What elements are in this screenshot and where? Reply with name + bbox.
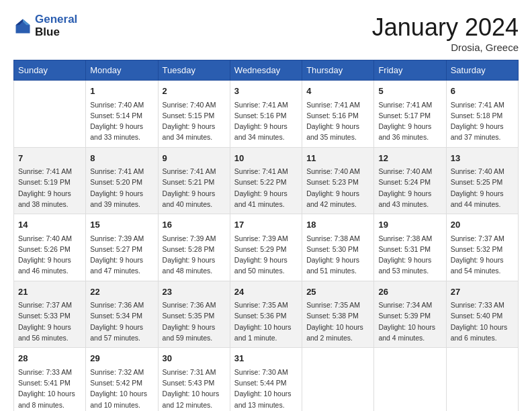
day-info: Sunrise: 7:39 AMSunset: 5:29 PMDaylight:… — [234, 233, 298, 277]
day-number: 8 — [90, 152, 153, 165]
calendar-cell: 17Sunrise: 7:39 AMSunset: 5:29 PMDayligh… — [230, 214, 302, 281]
day-number: 31 — [234, 352, 298, 365]
day-info: Sunrise: 7:41 AMSunset: 5:22 PMDaylight:… — [234, 166, 298, 210]
day-info: Sunrise: 7:41 AMSunset: 5:16 PMDaylight:… — [306, 99, 369, 143]
day-number: 23 — [163, 285, 226, 299]
weekday-header-thursday: Thursday — [302, 60, 374, 81]
weekday-header-friday: Friday — [374, 60, 446, 81]
day-number: 13 — [451, 152, 514, 165]
calendar-table: SundayMondayTuesdayWednesdayThursdayFrid… — [13, 60, 519, 411]
day-number: 21 — [18, 285, 81, 299]
month-title: January 2024 — [372, 13, 519, 42]
calendar-cell: 27Sunrise: 7:33 AMSunset: 5:40 PMDayligh… — [446, 281, 518, 348]
calendar-cell: 19Sunrise: 7:38 AMSunset: 5:31 PMDayligh… — [374, 214, 446, 281]
day-number: 22 — [90, 285, 153, 299]
calendar-cell: 18Sunrise: 7:38 AMSunset: 5:30 PMDayligh… — [302, 214, 374, 281]
calendar-cell: 24Sunrise: 7:35 AMSunset: 5:36 PMDayligh… — [230, 281, 302, 348]
day-info: Sunrise: 7:41 AMSunset: 5:20 PMDaylight:… — [90, 166, 153, 210]
calendar-week-2: 7Sunrise: 7:41 AMSunset: 5:19 PMDaylight… — [14, 147, 519, 214]
day-info: Sunrise: 7:36 AMSunset: 5:35 PMDaylight:… — [163, 300, 226, 343]
calendar-cell: 1Sunrise: 7:40 AMSunset: 5:14 PMDaylight… — [86, 81, 158, 148]
logo: General Blue — [13, 13, 77, 38]
calendar-cell: 7Sunrise: 7:41 AMSunset: 5:19 PMDaylight… — [14, 147, 86, 214]
day-info: Sunrise: 7:31 AMSunset: 5:43 PMDaylight:… — [163, 367, 226, 410]
day-info: Sunrise: 7:35 AMSunset: 5:36 PMDaylight:… — [234, 300, 298, 343]
day-number: 3 — [234, 85, 298, 98]
calendar-cell: 21Sunrise: 7:37 AMSunset: 5:33 PMDayligh… — [14, 281, 86, 348]
calendar-week-3: 14Sunrise: 7:40 AMSunset: 5:26 PMDayligh… — [14, 214, 519, 281]
day-info: Sunrise: 7:41 AMSunset: 5:18 PMDaylight:… — [451, 99, 514, 143]
location-subtitle: Drosia, Greece — [372, 42, 519, 53]
calendar-cell: 6Sunrise: 7:41 AMSunset: 5:18 PMDaylight… — [446, 81, 518, 148]
day-number: 18 — [306, 218, 369, 232]
calendar-cell: 28Sunrise: 7:33 AMSunset: 5:41 PMDayligh… — [14, 348, 86, 411]
calendar-cell: 31Sunrise: 7:30 AMSunset: 5:44 PMDayligh… — [230, 348, 302, 411]
day-number: 30 — [163, 352, 226, 365]
calendar-cell: 15Sunrise: 7:39 AMSunset: 5:27 PMDayligh… — [86, 214, 158, 281]
calendar-cell: 30Sunrise: 7:31 AMSunset: 5:43 PMDayligh… — [158, 348, 230, 411]
calendar-cell: 3Sunrise: 7:41 AMSunset: 5:16 PMDaylight… — [230, 81, 302, 148]
day-number: 7 — [18, 152, 81, 165]
calendar-cell: 26Sunrise: 7:34 AMSunset: 5:39 PMDayligh… — [374, 281, 446, 348]
calendar-cell: 4Sunrise: 7:41 AMSunset: 5:16 PMDaylight… — [302, 81, 374, 148]
day-info: Sunrise: 7:32 AMSunset: 5:42 PMDaylight:… — [90, 367, 153, 410]
weekday-header-tuesday: Tuesday — [158, 60, 230, 81]
day-number: 6 — [451, 85, 514, 98]
calendar-cell — [14, 81, 86, 148]
calendar-body: 1Sunrise: 7:40 AMSunset: 5:14 PMDaylight… — [14, 81, 519, 412]
weekday-header-wednesday: Wednesday — [230, 60, 302, 81]
day-info: Sunrise: 7:33 AMSunset: 5:40 PMDaylight:… — [451, 300, 514, 343]
calendar-cell: 8Sunrise: 7:41 AMSunset: 5:20 PMDaylight… — [86, 147, 158, 214]
page-header: General Blue January 2024 Drosia, Greece — [13, 13, 519, 53]
weekday-header-monday: Monday — [86, 60, 158, 81]
title-block: January 2024 Drosia, Greece — [372, 13, 519, 53]
calendar-cell: 12Sunrise: 7:40 AMSunset: 5:24 PMDayligh… — [374, 147, 446, 214]
day-info: Sunrise: 7:39 AMSunset: 5:28 PMDaylight:… — [163, 233, 226, 277]
day-number: 26 — [378, 285, 441, 299]
day-info: Sunrise: 7:38 AMSunset: 5:30 PMDaylight:… — [306, 233, 369, 277]
calendar-cell: 2Sunrise: 7:40 AMSunset: 5:15 PMDaylight… — [158, 81, 230, 148]
day-number: 10 — [234, 152, 298, 165]
calendar-cell — [302, 348, 374, 411]
day-number: 24 — [234, 285, 298, 299]
calendar-cell: 22Sunrise: 7:36 AMSunset: 5:34 PMDayligh… — [86, 281, 158, 348]
calendar-cell: 29Sunrise: 7:32 AMSunset: 5:42 PMDayligh… — [86, 348, 158, 411]
logo-icon — [13, 17, 32, 36]
calendar-cell — [446, 348, 518, 411]
calendar-cell: 10Sunrise: 7:41 AMSunset: 5:22 PMDayligh… — [230, 147, 302, 214]
day-number: 20 — [451, 218, 514, 232]
day-number: 14 — [18, 218, 81, 232]
day-info: Sunrise: 7:39 AMSunset: 5:27 PMDaylight:… — [90, 233, 153, 277]
day-info: Sunrise: 7:37 AMSunset: 5:33 PMDaylight:… — [18, 300, 81, 343]
calendar-cell — [374, 348, 446, 411]
day-number: 25 — [306, 285, 369, 299]
logo-text: General Blue — [35, 13, 77, 38]
day-number: 17 — [234, 218, 298, 232]
day-number: 27 — [451, 285, 514, 299]
day-number: 5 — [378, 85, 441, 98]
weekday-header-row: SundayMondayTuesdayWednesdayThursdayFrid… — [14, 60, 519, 81]
calendar-cell: 23Sunrise: 7:36 AMSunset: 5:35 PMDayligh… — [158, 281, 230, 348]
day-info: Sunrise: 7:35 AMSunset: 5:38 PMDaylight:… — [306, 300, 369, 343]
calendar-cell: 11Sunrise: 7:40 AMSunset: 5:23 PMDayligh… — [302, 147, 374, 214]
weekday-header-saturday: Saturday — [446, 60, 518, 81]
calendar-cell: 16Sunrise: 7:39 AMSunset: 5:28 PMDayligh… — [158, 214, 230, 281]
day-number: 1 — [90, 85, 153, 98]
day-info: Sunrise: 7:41 AMSunset: 5:21 PMDaylight:… — [163, 166, 226, 210]
calendar-week-5: 28Sunrise: 7:33 AMSunset: 5:41 PMDayligh… — [14, 348, 519, 411]
day-info: Sunrise: 7:30 AMSunset: 5:44 PMDaylight:… — [234, 367, 298, 410]
calendar-cell: 5Sunrise: 7:41 AMSunset: 5:17 PMDaylight… — [374, 81, 446, 148]
calendar-cell: 20Sunrise: 7:37 AMSunset: 5:32 PMDayligh… — [446, 214, 518, 281]
day-info: Sunrise: 7:41 AMSunset: 5:16 PMDaylight:… — [234, 99, 298, 143]
day-info: Sunrise: 7:38 AMSunset: 5:31 PMDaylight:… — [378, 233, 441, 277]
day-info: Sunrise: 7:40 AMSunset: 5:15 PMDaylight:… — [163, 99, 226, 143]
day-number: 16 — [163, 218, 226, 232]
day-number: 2 — [163, 85, 226, 98]
day-info: Sunrise: 7:40 AMSunset: 5:23 PMDaylight:… — [306, 166, 369, 210]
day-number: 29 — [90, 352, 153, 365]
day-number: 11 — [306, 152, 369, 165]
day-info: Sunrise: 7:34 AMSunset: 5:39 PMDaylight:… — [378, 300, 441, 343]
calendar-header: SundayMondayTuesdayWednesdayThursdayFrid… — [14, 60, 519, 81]
day-number: 4 — [306, 85, 369, 98]
day-info: Sunrise: 7:37 AMSunset: 5:32 PMDaylight:… — [451, 233, 514, 277]
